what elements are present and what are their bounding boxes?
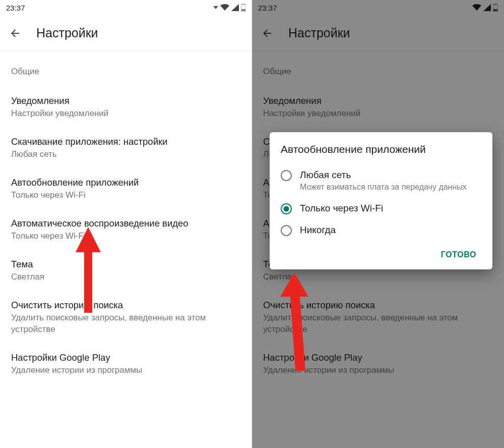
phone-left: 23:37 Настройки Общие Уведомления Настро… (0, 0, 252, 448)
dialog-actions: ГОТОВО (281, 241, 481, 263)
settings-list: Общие Уведомления Настройки уведомлений … (0, 51, 252, 388)
pref-notifications[interactable]: Уведомления Настройки уведомлений (263, 91, 493, 132)
radio-desc: Может взиматься плата за передачу данных (300, 182, 467, 193)
pref-download[interactable]: Скачивание приложения: настройки Любая с… (11, 132, 241, 173)
cell-signal-icon (483, 4, 491, 11)
cell-signal-icon (231, 4, 239, 11)
autoupdate-dialog: Автообновление приложений Любая сеть Мож… (270, 132, 492, 269)
pref-title: Очистить историю поиска (263, 299, 493, 311)
pref-title: Уведомления (11, 95, 241, 107)
pref-subtitle: Настройки уведомлений (263, 108, 493, 120)
pref-subtitle: Светлая (263, 271, 493, 283)
app-bar: Настройки (252, 15, 504, 51)
pref-title: Очистить историю поиска (11, 299, 241, 311)
svg-rect-5 (493, 9, 497, 11)
pref-subtitle: Удаление истории из программы (11, 365, 241, 376)
pref-title: Автоматическое воспроизведение видео (11, 217, 241, 230)
pref-google-play-settings[interactable]: Настройки Google Play Удаление истории и… (11, 348, 241, 388)
status-icons-group (472, 4, 498, 12)
pref-title: Настройки Google Play (11, 352, 241, 364)
done-button[interactable]: ГОТОВО (436, 246, 481, 263)
pref-subtitle: Удалить поисковые запросы, введенные на … (263, 312, 493, 335)
battery-icon (241, 4, 246, 12)
pref-title: Скачивание приложения: настройки (11, 136, 241, 148)
pref-autoplay[interactable]: Автоматическое воспроизведение видео Тол… (11, 213, 241, 254)
pref-clear-history[interactable]: Очистить историю поиска Удалить поисковы… (11, 295, 241, 348)
pref-subtitle: Настройки уведомлений (11, 108, 241, 120)
pref-subtitle: Светлая (11, 271, 241, 283)
page-title: Настройки (36, 26, 98, 40)
status-bar: 23:37 (0, 0, 252, 15)
caret-down-icon (213, 5, 218, 10)
dialog-title: Автообновление приложений (281, 143, 481, 155)
pref-autoupdate[interactable]: Автообновление приложений Только через W… (11, 173, 241, 213)
screenshot-pair: 23:37 Настройки Общие Уведомления Настро… (0, 0, 504, 448)
pref-clear-history[interactable]: Очистить историю поиска Удалить поисковы… (263, 295, 493, 348)
radio-any-network[interactable]: Любая сеть Может взиматься плата за пере… (281, 164, 481, 198)
section-header-general: Общие (11, 51, 241, 91)
clock: 23:37 (258, 4, 277, 12)
status-icons-group (213, 4, 246, 12)
pref-google-play-settings[interactable]: Настройки Google Play Удаление истории и… (263, 348, 493, 388)
pref-subtitle: Удалить поисковые запросы, введенные на … (11, 312, 241, 335)
pref-subtitle: Удаление истории из программы (263, 365, 493, 376)
wifi-icon (220, 4, 229, 11)
pref-title: Автообновление приложений (11, 177, 241, 189)
back-icon[interactable] (261, 27, 273, 39)
radio-unchecked-icon (281, 225, 292, 236)
section-header-general: Общие (263, 51, 493, 91)
pref-subtitle: Только через Wi-Fi (11, 231, 241, 242)
radio-label: Никогда (300, 225, 336, 236)
page-title: Настройки (288, 26, 350, 40)
pref-title: Тема (11, 258, 241, 270)
clock: 23:37 (6, 4, 25, 12)
wifi-icon (472, 4, 481, 11)
radio-label: Любая сеть (300, 170, 467, 181)
radio-checked-icon (281, 203, 292, 214)
radio-unchecked-icon (281, 170, 292, 181)
battery-icon (493, 4, 498, 12)
pref-title: Уведомления (263, 95, 493, 107)
radio-never[interactable]: Никогда (281, 219, 481, 241)
radio-label: Только через Wi-Fi (300, 203, 383, 214)
pref-subtitle: Только через Wi-Fi (11, 190, 241, 201)
pref-title: Настройки Google Play (263, 352, 493, 364)
svg-rect-2 (241, 9, 245, 11)
back-icon[interactable] (9, 27, 21, 39)
status-bar: 23:37 (252, 0, 504, 15)
radio-wifi-only[interactable]: Только через Wi-Fi (281, 198, 481, 219)
phone-right: 23:37 Настройки Общие Уведомления Настро… (252, 0, 504, 448)
app-bar: Настройки (0, 15, 252, 51)
pref-theme[interactable]: Тема Светлая (11, 254, 241, 295)
pref-notifications[interactable]: Уведомления Настройки уведомлений (11, 91, 241, 132)
pref-subtitle: Любая сеть (11, 149, 241, 160)
